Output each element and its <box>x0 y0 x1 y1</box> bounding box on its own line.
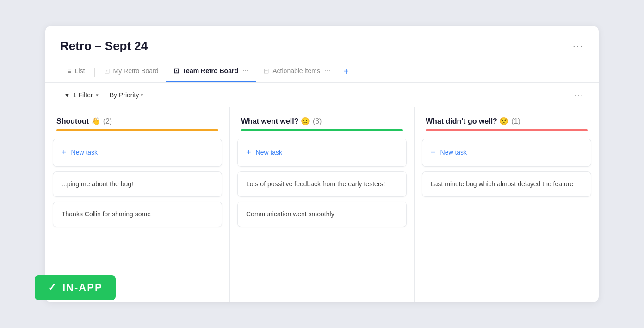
filter-button[interactable]: ▼ 1 Filter ▾ <box>60 89 102 101</box>
table-icon: ⊞ <box>263 67 269 75</box>
in-app-badge: ✓ IN-APP <box>35 275 116 300</box>
column-shoutout-title: Shoutout 👋 (2) <box>56 117 218 126</box>
filter-icon: ▼ <box>64 91 70 99</box>
card-shoutout-2[interactable]: Thanks Collin for sharing some <box>53 202 222 227</box>
app-container: Retro – Sept 24 ··· ≡ List ⊡ My Retro Bo… <box>45 26 599 302</box>
column-didnt-go-well-bar <box>426 129 588 131</box>
header: Retro – Sept 24 ··· ≡ List ⊡ My Retro Bo… <box>45 26 599 83</box>
board-icon-1: ⊡ <box>104 67 110 75</box>
column-didnt-go-well-cards: + New task Last minute bug which almost … <box>415 139 599 302</box>
page-title: Retro – Sept 24 <box>60 39 148 53</box>
column-didnt-go-well-header: What didn't go well? 😟 (1) <box>415 107 599 129</box>
more-menu-icon[interactable]: ··· <box>573 40 584 52</box>
header-top: Retro – Sept 24 ··· <box>60 39 584 53</box>
tab-actionable-items[interactable]: ⊞ Actionable items ··· <box>256 62 338 82</box>
tab-list[interactable]: ≡ List <box>60 63 93 82</box>
tab-team-retro-dots[interactable]: ··· <box>242 67 248 75</box>
column-shoutout-bar <box>56 129 218 131</box>
tab-my-retro-board[interactable]: ⊡ My Retro Board <box>97 62 166 82</box>
plus-icon-didnt-go-well: + <box>431 146 436 159</box>
card-went-well-1[interactable]: Lots of possitive feedback from the earl… <box>237 171 407 197</box>
tabs-bar: ≡ List ⊡ My Retro Board ⊡ Team Retro Boa… <box>60 62 584 82</box>
sort-chevron: ▾ <box>141 92 143 98</box>
in-app-label: IN-APP <box>62 282 103 294</box>
column-shoutout: Shoutout 👋 (2) + New task ...ping me abo… <box>45 107 230 302</box>
card-shoutout-1[interactable]: ...ping me about the bug! <box>53 171 222 197</box>
sort-button[interactable]: By Priority ▾ <box>106 89 148 101</box>
tab-actionable-dots[interactable]: ··· <box>324 67 330 75</box>
new-task-button-didnt-go-well[interactable]: + New task <box>422 139 591 167</box>
column-went-well-bar <box>241 129 403 131</box>
new-task-button-went-well[interactable]: + New task <box>237 139 407 167</box>
plus-icon-shoutout: + <box>62 146 67 159</box>
tab-divider <box>94 68 95 77</box>
add-tab-button[interactable]: + <box>338 62 354 82</box>
new-task-button-shoutout[interactable]: + New task <box>53 139 222 167</box>
column-what-went-well: What went well? 🙂 (3) + New task Lots of… <box>230 107 415 302</box>
board: Shoutout 👋 (2) + New task ...ping me abo… <box>45 107 599 302</box>
filter-chevron: ▾ <box>96 92 99 98</box>
column-went-well-header: What went well? 🙂 (3) <box>230 107 414 129</box>
filter-bar-more[interactable]: ··· <box>574 90 584 100</box>
list-icon: ≡ <box>68 67 72 75</box>
column-what-didnt-go-well: What didn't go well? 😟 (1) + New task La… <box>415 107 599 302</box>
card-went-well-2[interactable]: Communication went smoothly <box>237 202 407 227</box>
column-went-well-title: What went well? 🙂 (3) <box>241 117 403 126</box>
column-shoutout-header: Shoutout 👋 (2) <box>45 107 229 129</box>
tab-team-retro-board[interactable]: ⊡ Team Retro Board ··· <box>166 62 256 82</box>
in-app-check-icon: ✓ <box>48 282 57 294</box>
filter-bar: ▼ 1 Filter ▾ By Priority ▾ ··· <box>45 83 599 107</box>
board-icon-2: ⊡ <box>173 67 180 75</box>
column-didnt-go-well-title: What didn't go well? 😟 (1) <box>426 117 588 126</box>
column-went-well-cards: + New task Lots of possitive feedback fr… <box>230 139 414 302</box>
card-didnt-go-well-1[interactable]: Last minute bug which almost delayed the… <box>422 171 591 197</box>
plus-icon-went-well: + <box>246 146 251 159</box>
